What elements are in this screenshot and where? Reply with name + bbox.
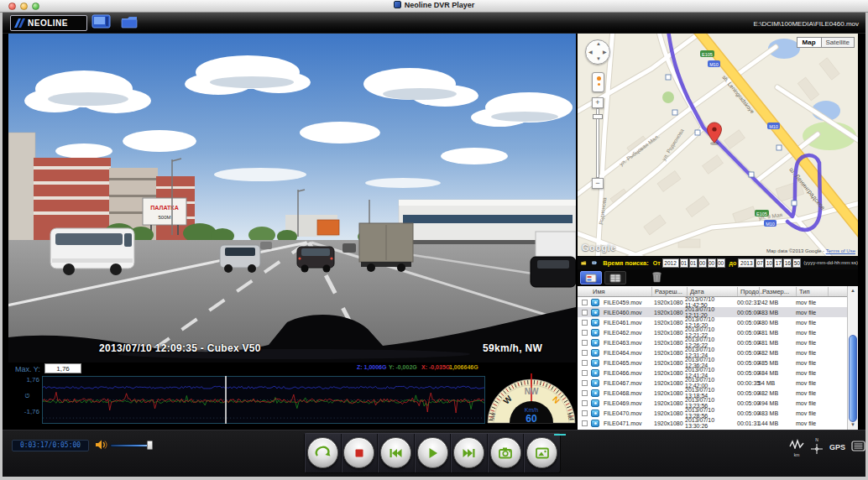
date-field[interactable]: 16	[783, 258, 792, 268]
row-checkbox[interactable]	[582, 330, 588, 336]
speed-unit: Km/h	[525, 407, 538, 413]
date-field[interactable]: 01	[680, 258, 688, 268]
grid-view-button[interactable]	[604, 271, 626, 284]
svg-text:E105: E105	[702, 52, 713, 57]
scroll-down-arrow[interactable]: ▼	[848, 420, 858, 430]
video-file-icon	[591, 299, 599, 306]
column-header-resolution[interactable]: Разреш...	[655, 288, 682, 295]
zoom-slider-thumb[interactable]	[593, 114, 603, 119]
video-file-icon	[591, 379, 599, 387]
table-row[interactable]: FILE0471.mov 1920x1080 2013/07/10 13:30:…	[578, 418, 847, 428]
date-field[interactable]: 00	[717, 258, 725, 268]
snapshot-button[interactable]	[490, 437, 521, 468]
satellite-view-button[interactable]: Satellite	[822, 37, 855, 48]
date-field[interactable]: 00	[698, 258, 707, 268]
current-file-path: E:\DCIM\100MEDIA\FILE0460.mov	[754, 20, 859, 28]
row-checkbox[interactable]	[582, 350, 588, 356]
folder-list-icon	[585, 274, 597, 283]
date-field[interactable]: 50	[792, 258, 801, 268]
camera-search-icon[interactable]	[592, 258, 597, 268]
speed-value: 60	[526, 413, 537, 425]
gsensor-plot[interactable]	[42, 376, 485, 424]
volume-slider-thumb[interactable]	[147, 441, 153, 450]
display-button[interactable]	[526, 437, 557, 468]
terms-of-use-link[interactable]: Terms of Use	[826, 248, 855, 253]
video-file-icon	[591, 319, 599, 326]
date-field[interactable]: 10	[765, 258, 773, 268]
previous-button[interactable]	[380, 437, 411, 468]
row-checkbox[interactable]	[582, 420, 588, 426]
stop-button[interactable]	[343, 437, 374, 468]
green-circle	[662, 91, 674, 103]
display-mode-button[interactable]	[90, 14, 113, 32]
open-folder-button[interactable]	[118, 14, 142, 32]
playhead-cursor[interactable]	[225, 376, 227, 424]
search-label: Время поиска:	[603, 259, 648, 267]
map-panel[interactable]: E105 M10 M10 E105 M10 sh. Leningradskoye…	[578, 34, 858, 256]
row-checkbox[interactable]	[582, 380, 588, 386]
window-title: Neoline DVR Player	[405, 1, 475, 9]
scrollbar-thumb[interactable]	[849, 335, 857, 422]
row-checkbox[interactable]	[582, 320, 588, 326]
column-header-size[interactable]: Размер...	[762, 288, 789, 295]
table-scrollbar[interactable]: ▲ ▼	[847, 286, 858, 430]
folder-icon[interactable]	[581, 258, 587, 269]
grid-icon	[609, 274, 621, 283]
compass-toggle[interactable]: N	[810, 437, 824, 457]
delete-file-button[interactable]	[651, 271, 662, 285]
pegman-control[interactable]	[592, 72, 604, 92]
map-view-button[interactable]: Map	[797, 37, 822, 48]
row-checkbox[interactable]	[582, 300, 588, 305]
gsensor-max-input[interactable]: 1,76	[44, 363, 81, 373]
row-checkbox[interactable]	[582, 410, 588, 416]
video-file-icon	[591, 309, 599, 316]
gsensor-axis-unit: G	[24, 393, 31, 398]
volume-slider-track[interactable]	[110, 444, 150, 447]
date-field[interactable]: 07	[756, 258, 764, 268]
from-label: От	[653, 260, 661, 266]
gsensor-toggle[interactable]: km	[789, 437, 804, 457]
column-header-type[interactable]: Тип	[799, 288, 810, 295]
map-pan-control[interactable]: ▲ ▼ ◀ ▶	[585, 39, 610, 65]
progress-tick	[554, 434, 566, 436]
loop-button[interactable]	[307, 437, 338, 468]
app-icon	[394, 1, 401, 8]
date-field[interactable]: 01	[689, 258, 698, 268]
google-logo: Google	[582, 243, 616, 253]
zoom-out-button[interactable]: −	[592, 178, 604, 189]
compass-gauge: W NW N SW NE Km/h 60	[485, 361, 578, 430]
next-button[interactable]	[453, 437, 484, 468]
vehicle-dark-right	[531, 257, 576, 287]
column-header-date[interactable]: Дата	[690, 288, 704, 295]
speaker-icon[interactable]	[95, 439, 107, 451]
n-label: N	[810, 437, 824, 442]
scroll-up-arrow[interactable]: ▲	[848, 286, 858, 295]
column-header-duration[interactable]: Продо...	[740, 288, 764, 295]
gsensor-axis-top: 1,76	[14, 376, 39, 383]
date-field[interactable]: 2012	[662, 258, 679, 268]
row-checkbox[interactable]	[582, 370, 588, 376]
gsensor-y-readout: Y: -0,002G	[389, 364, 417, 370]
file-table: Имя Разреш... Дата Продо... Размер... Ти…	[578, 286, 858, 430]
playlist-toggle[interactable]	[851, 440, 865, 455]
date-field[interactable]: 00	[708, 258, 716, 268]
video-speed-overlay: 59km/h, NW	[483, 342, 542, 354]
file-list-view-button[interactable]	[580, 271, 602, 284]
zoom-in-button[interactable]: +	[592, 97, 604, 108]
row-checkbox[interactable]	[582, 360, 588, 366]
vehicle-minibus	[50, 228, 134, 275]
row-checkbox[interactable]	[582, 400, 588, 406]
play-button[interactable]	[417, 437, 448, 468]
bottom-bar: 0:03:17/0:05:00	[3, 430, 865, 477]
row-checkbox[interactable]	[582, 310, 588, 316]
column-header-name[interactable]: Имя	[593, 288, 605, 295]
date-field[interactable]: 17	[774, 258, 782, 268]
video-viewport[interactable]: ПАЛАТКА 500М	[8, 34, 576, 363]
date-field[interactable]: 2013	[738, 258, 755, 268]
row-checkbox[interactable]	[582, 340, 588, 346]
svg-text:ПАЛАТКА: ПАЛАТКА	[150, 205, 178, 211]
row-checkbox[interactable]	[582, 390, 588, 396]
list-icon	[851, 441, 865, 451]
gps-label[interactable]: GPS	[829, 443, 845, 451]
video-file-icon	[591, 399, 599, 407]
